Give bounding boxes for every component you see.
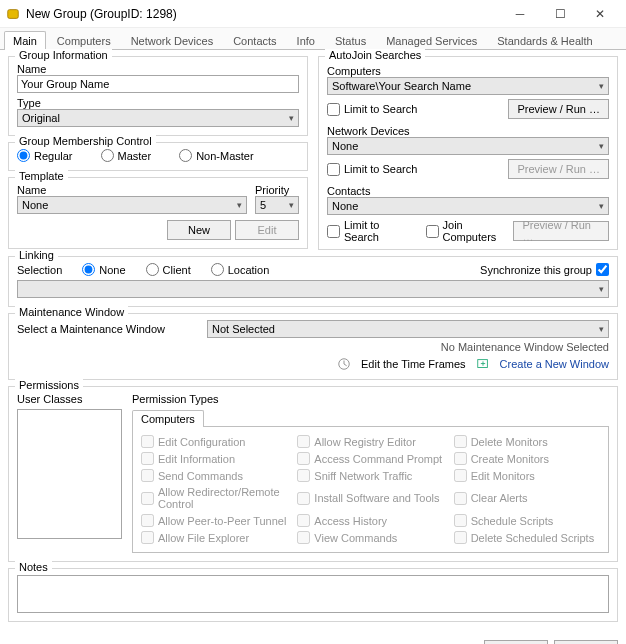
autojoin-computers-select[interactable]: Software\Your Search Name ▾ xyxy=(327,77,609,95)
autojoin-net-select[interactable]: None ▾ xyxy=(327,137,609,155)
maximize-button[interactable]: ☐ xyxy=(540,0,580,28)
tab-status[interactable]: Status xyxy=(326,31,375,50)
permission-edit-information[interactable]: Edit Information xyxy=(141,452,287,465)
permission-access-history[interactable]: Access History xyxy=(297,514,443,527)
contacts-limit-checkbox[interactable]: Limit to Search xyxy=(327,219,412,243)
maintenance-select[interactable]: Not Selected ▾ xyxy=(207,320,609,338)
close-button[interactable]: ✕ xyxy=(580,0,620,28)
chevron-down-icon: ▾ xyxy=(599,141,604,151)
chevron-down-icon: ▾ xyxy=(599,324,604,334)
permission-edit-configuration[interactable]: Edit Configuration xyxy=(141,435,287,448)
permission-schedule-scripts[interactable]: Schedule Scripts xyxy=(454,514,600,527)
cancel-button[interactable]: Cancel xyxy=(554,640,618,644)
tab-computers[interactable]: Computers xyxy=(48,31,120,50)
app-icon xyxy=(6,7,20,21)
tab-standards-health[interactable]: Standards & Health xyxy=(488,31,601,50)
tab-network-devices[interactable]: Network Devices xyxy=(122,31,223,50)
permission-create-monitors[interactable]: Create Monitors xyxy=(454,452,600,465)
permission-tab-computers[interactable]: Computers xyxy=(132,410,204,427)
user-classes-label: User Classes xyxy=(17,393,122,405)
window-titlebar: New Group (GroupID: 1298) ─ ☐ ✕ xyxy=(0,0,626,28)
maintenance-legend: Maintenance Window xyxy=(15,306,128,318)
clock-icon xyxy=(337,357,351,371)
chevron-down-icon: ▾ xyxy=(289,200,294,210)
edit-time-frames-link[interactable]: Edit the Time Frames xyxy=(361,358,466,370)
linking-radio-client[interactable]: Client xyxy=(146,263,191,276)
autojoin-fieldset: AutoJoin Searches Computers Software\You… xyxy=(318,56,618,250)
tab-info[interactable]: Info xyxy=(288,31,324,50)
radio-master[interactable]: Master xyxy=(101,149,152,162)
autojoin-computers-value: Software\Your Search Name xyxy=(332,80,471,92)
autojoin-net-value: None xyxy=(332,140,358,152)
group-membership-legend: Group Membership Control xyxy=(15,135,156,147)
maintenance-select-label: Select a Maintenance Window xyxy=(17,323,197,335)
permission-edit-monitors[interactable]: Edit Monitors xyxy=(454,469,600,482)
tab-contacts[interactable]: Contacts xyxy=(224,31,285,50)
permission-allow-registry-editor[interactable]: Allow Registry Editor xyxy=(297,435,443,448)
linking-radio-none[interactable]: None xyxy=(82,263,125,276)
linking-fieldset: Linking Selection None Client Location S… xyxy=(8,256,618,307)
user-classes-listbox[interactable] xyxy=(17,409,122,539)
tab-managed-services[interactable]: Managed Services xyxy=(377,31,486,50)
linking-radio-location[interactable]: Location xyxy=(211,263,270,276)
autojoin-contacts-label: Contacts xyxy=(327,185,609,197)
notes-textarea[interactable] xyxy=(17,575,609,613)
permission-allow-file-explorer[interactable]: Allow File Explorer xyxy=(141,531,287,544)
permission-types-label: Permission Types xyxy=(132,393,609,405)
permission-allow-peer-to-peer-tunnel[interactable]: Allow Peer-to-Peer Tunnel xyxy=(141,514,287,527)
chevron-down-icon: ▾ xyxy=(289,113,294,123)
notes-fieldset: Notes xyxy=(8,568,618,622)
permission-install-software-and-tools[interactable]: Install Software and Tools xyxy=(297,486,443,510)
permission-allow-redirector-remote-control[interactable]: Allow Redirector/Remote Control xyxy=(141,486,287,510)
permission-access-command-prompt[interactable]: Access Command Prompt xyxy=(297,452,443,465)
template-edit-button[interactable]: Edit xyxy=(235,220,299,240)
new-window-icon xyxy=(476,357,490,371)
permission-send-commands[interactable]: Send Commands xyxy=(141,469,287,482)
permission-sniff-network-traffic[interactable]: Sniff Network Traffic xyxy=(297,469,443,482)
maintenance-select-value: Not Selected xyxy=(212,323,275,335)
create-new-window-link[interactable]: Create a New Window xyxy=(500,358,609,370)
chevron-down-icon: ▾ xyxy=(599,81,604,91)
template-legend: Template xyxy=(15,170,68,182)
type-select-value: Original xyxy=(22,112,60,124)
linking-select[interactable]: ▾ xyxy=(17,280,609,298)
tab-strip: MainComputersNetwork DevicesContactsInfo… xyxy=(0,28,626,50)
priority-value: 5 xyxy=(260,199,266,211)
chevron-down-icon: ▾ xyxy=(599,284,604,294)
notes-legend: Notes xyxy=(15,561,52,573)
permission-delete-monitors[interactable]: Delete Monitors xyxy=(454,435,600,448)
computers-preview-button[interactable]: Preview / Run … xyxy=(508,99,609,119)
group-name-input[interactable] xyxy=(17,75,299,93)
permission-clear-alerts[interactable]: Clear Alerts xyxy=(454,486,600,510)
linking-legend: Linking xyxy=(15,249,58,261)
permissions-legend: Permissions xyxy=(15,379,83,391)
contacts-preview-button[interactable]: Preview / Run … xyxy=(513,221,609,241)
permission-delete-scheduled-scripts[interactable]: Delete Scheduled Scripts xyxy=(454,531,600,544)
radio-non-master[interactable]: Non-Master xyxy=(179,149,253,162)
priority-select[interactable]: 5 ▾ xyxy=(255,196,299,214)
tab-main[interactable]: Main xyxy=(4,31,46,50)
permission-view-commands[interactable]: View Commands xyxy=(297,531,443,544)
group-information-fieldset: Group Information Name Type Original ▾ xyxy=(8,56,308,136)
autojoin-contacts-select[interactable]: None ▾ xyxy=(327,197,609,215)
template-new-button[interactable]: New xyxy=(167,220,231,240)
dialog-footer: Create Cancel xyxy=(0,634,626,644)
linking-selection-label: Selection xyxy=(17,264,62,276)
create-button[interactable]: Create xyxy=(484,640,548,644)
minimize-button[interactable]: ─ xyxy=(500,0,540,28)
chevron-down-icon: ▾ xyxy=(237,200,242,210)
join-computers-checkbox[interactable]: Join Computers xyxy=(426,219,514,243)
no-maintenance-selected: No Maintenance Window Selected xyxy=(17,341,609,353)
autojoin-legend: AutoJoin Searches xyxy=(325,49,425,61)
window-title: New Group (GroupID: 1298) xyxy=(26,7,500,21)
net-limit-checkbox[interactable]: Limit to Search xyxy=(327,163,417,176)
synchronize-checkbox[interactable]: Synchronize this group xyxy=(480,263,609,276)
chevron-down-icon: ▾ xyxy=(599,201,604,211)
svg-rect-0 xyxy=(8,9,19,18)
type-select[interactable]: Original ▾ xyxy=(17,109,299,127)
computers-limit-checkbox[interactable]: Limit to Search xyxy=(327,103,417,116)
net-preview-button[interactable]: Preview / Run … xyxy=(508,159,609,179)
radio-regular[interactable]: Regular xyxy=(17,149,73,162)
template-name-select[interactable]: None ▾ xyxy=(17,196,247,214)
autojoin-contacts-value: None xyxy=(332,200,358,212)
